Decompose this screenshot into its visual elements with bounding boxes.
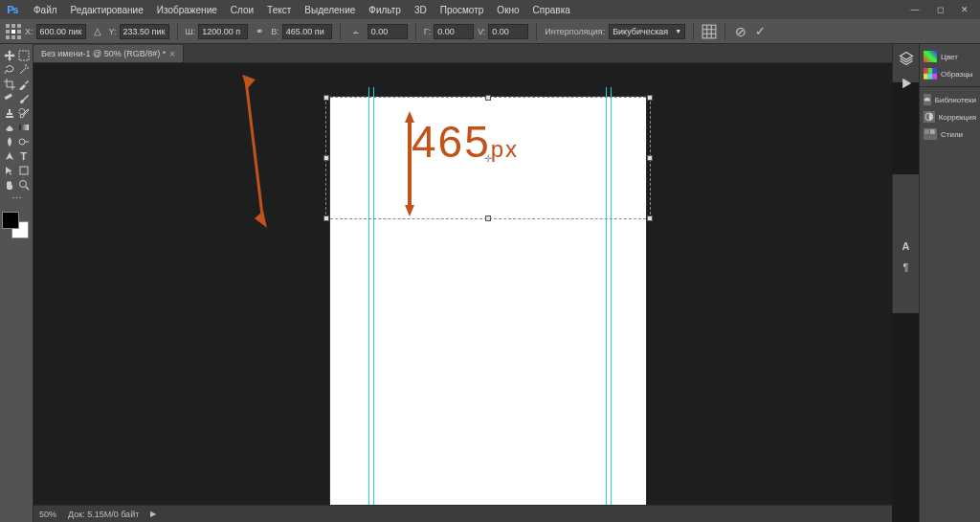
type-tool[interactable]: T — [16, 148, 31, 163]
interpolation-dropdown[interactable]: Бикубическая ▼ — [609, 24, 685, 39]
eraser-tool[interactable] — [2, 120, 16, 134]
svg-rect-46 — [924, 135, 929, 138]
angle-input[interactable] — [368, 24, 408, 39]
transform-handle[interactable] — [647, 155, 653, 161]
menu-3d[interactable]: 3D — [408, 2, 434, 18]
transform-handle[interactable] — [323, 216, 329, 221]
canvas-viewport[interactable]: ✛ 465px — [33, 63, 892, 505]
shape-tool[interactable] — [16, 163, 31, 177]
transform-selection[interactable]: ✛ — [325, 97, 651, 219]
doc-info[interactable]: Док: 5.15M/0 байт — [68, 510, 139, 519]
menu-file[interactable]: Файл — [27, 2, 64, 18]
character-panel-icon[interactable]: A — [902, 240, 910, 252]
svg-marker-23 — [405, 111, 414, 123]
transform-handle[interactable] — [485, 95, 491, 101]
tab-title: Без имени-1 @ 50% (RGB/8#) * — [41, 49, 166, 58]
delta-icon[interactable]: △ — [90, 24, 105, 39]
transform-handle[interactable] — [323, 95, 329, 101]
chevron-right-icon[interactable]: ▶ — [150, 510, 156, 518]
paragraph-panel-icon[interactable]: ¶ — [903, 261, 909, 273]
transform-handle[interactable] — [485, 216, 491, 221]
magic-wand-tool[interactable] — [16, 62, 31, 77]
x-input[interactable] — [36, 24, 86, 39]
brush-tool[interactable] — [16, 91, 31, 105]
document-tab[interactable]: Без имени-1 @ 50% (RGB/8#) * × — [33, 45, 184, 62]
separator — [724, 23, 725, 40]
main-layout: T ⋯ Без имени-1 @ 50% (RGB/8#) * × — [0, 44, 980, 522]
edit-toolbar-icon[interactable]: ⋯ — [2, 192, 31, 206]
svg-marker-28 — [902, 79, 911, 88]
foreground-color-swatch[interactable] — [2, 212, 19, 229]
svg-rect-9 — [702, 25, 716, 38]
lasso-tool[interactable] — [2, 62, 16, 77]
eyedropper-tool[interactable] — [16, 77, 31, 91]
maximize-button[interactable]: ◻ — [928, 2, 951, 17]
svg-rect-3 — [6, 30, 10, 34]
blur-tool[interactable] — [2, 134, 16, 148]
x-position-group: X: — [25, 24, 86, 39]
transform-handle[interactable] — [323, 155, 329, 161]
crop-tool[interactable] — [2, 77, 16, 91]
w-input[interactable] — [198, 24, 248, 39]
angle-icon: ⫠ — [348, 24, 364, 39]
menu-help[interactable]: Справка — [526, 2, 577, 18]
dodge-tool[interactable] — [16, 134, 31, 148]
menu-layers[interactable]: Слои — [224, 2, 260, 18]
svg-rect-38 — [928, 68, 933, 74]
zoom-tool[interactable] — [16, 177, 31, 192]
close-button[interactable]: ✕ — [953, 2, 976, 17]
styles-panel-button[interactable]: Стили — [920, 125, 980, 143]
annotation-height-arrow — [402, 111, 417, 216]
w-label: Ш: — [186, 27, 196, 36]
cloud-icon — [924, 94, 931, 105]
color-swatches[interactable] — [2, 212, 29, 238]
minimize-button[interactable]: — — [903, 2, 926, 17]
menu-filter[interactable]: Фильтр — [362, 2, 408, 18]
libraries-panel-button[interactable]: Библиотеки — [920, 91, 980, 108]
history-brush-tool[interactable] — [16, 105, 31, 120]
transform-center-icon[interactable]: ✛ — [484, 153, 492, 164]
gradient-tool[interactable] — [16, 120, 31, 134]
hand-tool[interactable] — [2, 177, 16, 192]
transform-handle[interactable] — [647, 95, 653, 101]
color-panel-button[interactable]: Цвет — [920, 48, 980, 65]
cancel-transform-icon[interactable]: ⊘ — [733, 24, 748, 39]
panel-stack: Цвет Образцы Библиотеки Коррекция — [919, 44, 980, 522]
zoom-level[interactable]: 50% — [39, 510, 56, 519]
swatches-panel-button[interactable]: Образцы — [920, 65, 980, 82]
layers-panel-icon[interactable] — [898, 50, 915, 67]
link-aspect-icon[interactable]: ⚭ — [252, 24, 267, 39]
menu-text[interactable]: Текст — [260, 2, 298, 18]
vskew-input[interactable] — [488, 24, 528, 39]
panel-label: Коррекция — [939, 113, 976, 122]
anchor-point-icon[interactable] — [6, 24, 21, 39]
menu-view[interactable]: Просмотр — [434, 2, 491, 18]
panel-label: Библиотеки — [935, 96, 976, 104]
pen-tool[interactable] — [2, 148, 16, 163]
warp-mode-icon[interactable] — [702, 24, 717, 39]
menu-image[interactable]: Изображение — [150, 2, 224, 18]
panel-label: Стили — [941, 130, 963, 139]
styles-icon — [924, 128, 937, 140]
heal-tool[interactable] — [2, 91, 16, 105]
menu-edit[interactable]: Редактирование — [64, 2, 150, 18]
h-input[interactable] — [282, 24, 332, 39]
move-tool[interactable] — [2, 48, 16, 62]
close-tab-icon[interactable]: × — [169, 49, 175, 59]
adjustments-panel-button[interactable]: Коррекция — [920, 108, 980, 125]
menu-window[interactable]: Окно — [490, 2, 525, 18]
hskew-input[interactable] — [434, 24, 474, 39]
y-input[interactable] — [120, 24, 169, 39]
svg-rect-42 — [932, 74, 937, 79]
path-select-tool[interactable] — [2, 163, 16, 177]
svg-point-17 — [19, 139, 25, 145]
transform-handle[interactable] — [647, 216, 653, 221]
stamp-tool[interactable] — [2, 105, 16, 120]
height-group: В: — [271, 24, 332, 39]
menu-select[interactable]: Выделение — [298, 2, 362, 18]
svg-point-20 — [19, 180, 26, 187]
marquee-tool[interactable] — [16, 48, 31, 62]
panel-label: Образцы — [941, 70, 973, 79]
play-panel-icon[interactable] — [898, 75, 915, 92]
commit-transform-icon[interactable]: ✓ — [752, 24, 768, 39]
